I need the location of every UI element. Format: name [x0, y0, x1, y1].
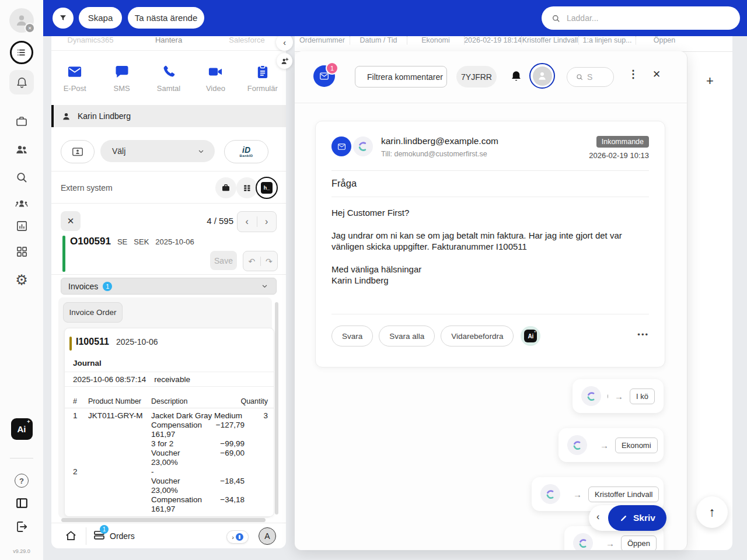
status-chip: I kö	[630, 388, 655, 404]
channel-samtal[interactable]: Samtal	[145, 64, 192, 93]
extern-cases-button[interactable]	[215, 177, 236, 198]
orders-count-badge: 1	[100, 525, 109, 534]
profile-avatar[interactable]: ✕	[0, 8, 43, 33]
email-card: karin.lindberg@example.com Till: demokun…	[315, 121, 665, 368]
sidebar-item-layout[interactable]	[0, 496, 43, 510]
event-bubble-ekonomi[interactable]: → Ekonomi	[558, 428, 664, 462]
collapse-panel-button[interactable]: ‹	[276, 34, 293, 51]
channel-label: Formulär	[239, 84, 286, 93]
avatar-close-badge[interactable]: ✕	[25, 23, 35, 33]
undo-button[interactable]: ↶	[243, 257, 261, 266]
users-icon	[15, 142, 29, 156]
arrow-up-icon: ↑	[709, 505, 715, 520]
filter-comments-button[interactable]: Filtrera kommentarer	[355, 66, 447, 88]
close-record-button[interactable]: ✕	[61, 211, 81, 231]
valj-select[interactable]: Välj	[100, 140, 215, 162]
pager-prev-button[interactable]: ‹	[238, 216, 257, 227]
reply-all-button[interactable]: Svara alla	[379, 326, 435, 346]
sidebar-item-community[interactable]	[0, 197, 43, 211]
scroll-to-top-button[interactable]: ↑	[696, 496, 728, 528]
table-row[interactable]: 1 JKT011-GRY-M Jacket Dark Gray Medium C…	[65, 408, 274, 467]
add-contact-button[interactable]	[277, 53, 292, 69]
extern-grid-button[interactable]	[236, 177, 257, 198]
sidebar-item-notifications[interactable]	[0, 70, 43, 94]
sidebar-item-help[interactable]: ?	[0, 474, 43, 488]
ai-assist-button[interactable]: Ai +	[521, 326, 540, 346]
home-button[interactable]	[64, 529, 78, 545]
invoice-order-tab[interactable]: Invoice Order	[63, 302, 123, 323]
comment-search[interactable]: S	[567, 67, 614, 87]
reply-button[interactable]: Svara	[331, 326, 373, 346]
col-datum-tid[interactable]: Datum / Tid	[350, 36, 407, 44]
sidebar-item-reports[interactable]	[0, 219, 43, 233]
journal-row[interactable]: 2025-10-06 08:57:14 receivable	[65, 372, 274, 387]
add-button[interactable]: +	[706, 75, 714, 88]
channel-video[interactable]: Video	[192, 64, 239, 93]
col-agent[interactable]: Kristoffer Lindvall	[522, 36, 579, 44]
gear-icon: ⚙	[15, 272, 28, 288]
case-ref-pill[interactable]: 7YJFRR	[456, 66, 497, 88]
invoices-accordion[interactable]: Invoices 1	[61, 278, 277, 295]
col-linje[interactable]: 1:a linjen sup...	[579, 36, 636, 44]
clipboard-icon	[254, 64, 271, 80]
extern-h-system-button[interactable]: h_	[256, 177, 278, 199]
event-bubble-queue[interactable]: → I kö	[573, 379, 664, 413]
arrow-right-icon: →	[600, 440, 609, 450]
sidebar-item-dashboard[interactable]	[0, 245, 43, 258]
sidebar-item-queue-active[interactable]	[0, 41, 43, 64]
sidebar-item-settings[interactable]: ⚙	[0, 272, 43, 288]
ai-logo-icon: Ai +	[524, 330, 537, 342]
tab-dynamics365[interactable]: Dynamics365	[51, 36, 130, 44]
version-label: v9.29.0	[0, 548, 43, 554]
comment-panel-header: 1 Filtrera kommentarer 7YJFRR S ⋮	[295, 51, 687, 103]
channel-epost[interactable]: E-Post	[51, 64, 98, 93]
tab-hantera[interactable]: Hantera	[130, 36, 208, 44]
customerfirst-logo-icon	[573, 533, 593, 550]
sidebar-item-logout[interactable]	[0, 520, 43, 534]
unread-count-badge: 1	[326, 62, 338, 75]
save-button[interactable]: Save	[210, 251, 237, 270]
subpanel-scrollbar[interactable]	[275, 302, 278, 514]
sidebar-item-ai[interactable]: Ai +	[0, 418, 43, 440]
col-datetime-value[interactable]: 2026-02-19 18:14	[465, 36, 522, 44]
bell-icon	[509, 69, 523, 83]
sidebar-item-search[interactable]	[0, 170, 43, 184]
email-more-button[interactable]: •••	[637, 330, 649, 339]
ta-nasta-arende-button[interactable]: Ta nästa ärende	[128, 7, 204, 29]
close-panel-button[interactable]: ✕	[652, 68, 661, 80]
filter-button[interactable]	[53, 8, 74, 29]
channel-formular[interactable]: Formulär	[239, 64, 286, 93]
customer-row[interactable]: Karin Lindberg	[51, 105, 286, 127]
bankid-logo-icon: iD	[242, 146, 250, 154]
tab-salesforce[interactable]: Salesforce	[208, 36, 286, 44]
global-search[interactable]: Laddar...	[542, 6, 740, 30]
footer-tab-orders[interactable]: 1 Orders	[92, 528, 135, 544]
more-menu-button[interactable]: ⋮	[628, 68, 638, 80]
sidebar-item-contacts[interactable]	[0, 142, 43, 156]
collapse-write-button[interactable]: ‹	[596, 512, 599, 522]
col-status[interactable]: Öppen	[636, 36, 693, 44]
skriv-button[interactable]: Skriv	[608, 505, 666, 531]
help-icon: ?	[15, 474, 29, 488]
divider	[51, 274, 286, 275]
bankid-button[interactable]: iD BankID	[224, 140, 268, 163]
notifications-button[interactable]	[509, 69, 523, 85]
contact-card-button[interactable]	[61, 140, 95, 163]
horizontal-scrollbar[interactable]	[61, 518, 266, 522]
sidebar-item-cases[interactable]	[0, 114, 43, 128]
table-row[interactable]: 2 - Voucher−18,45 23,00% Compensation−34…	[65, 467, 274, 514]
conversation-mail-indicator[interactable]: 1	[313, 65, 335, 87]
col-ekonomi[interactable]: Ekonomi	[407, 36, 465, 44]
agent-avatar[interactable]: A	[259, 527, 276, 545]
col-ordernummer[interactable]: Ordernummer	[295, 36, 350, 44]
channel-sms[interactable]: SMS	[98, 64, 145, 93]
skapa-button[interactable]: Skapa	[79, 7, 122, 29]
extension-pill[interactable]: ›	[226, 530, 249, 544]
event-dot-icon	[608, 394, 608, 398]
pager-next-button[interactable]: ›	[257, 216, 277, 227]
avatar-initial: A	[264, 531, 270, 541]
forward-button[interactable]: Vidarebefordra	[441, 326, 514, 346]
assignee-avatar[interactable]	[529, 63, 555, 89]
arrow-right-icon: →	[573, 489, 582, 499]
redo-button[interactable]: ↷	[261, 257, 278, 266]
